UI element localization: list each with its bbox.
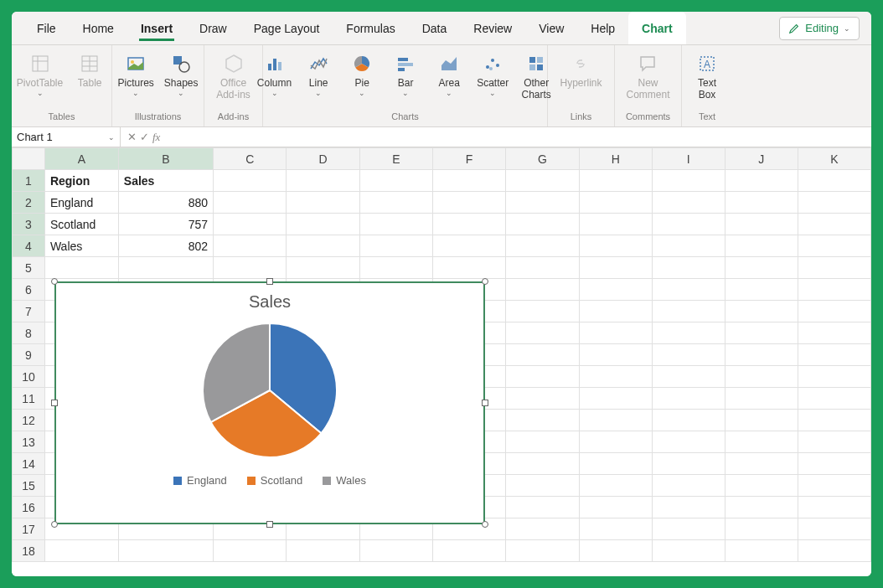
- cell[interactable]: [359, 235, 432, 257]
- cell[interactable]: [506, 410, 579, 431]
- cell[interactable]: [725, 366, 798, 388]
- cell[interactable]: [214, 214, 287, 235]
- pie-chart[interactable]: [55, 315, 484, 466]
- column-header[interactable]: B: [118, 148, 213, 170]
- chart-legend[interactable]: EnglandScotlandWales: [55, 466, 484, 487]
- cell[interactable]: [433, 192, 506, 214]
- cell[interactable]: [433, 540, 506, 562]
- cell[interactable]: [579, 410, 652, 431]
- tab-page-layout[interactable]: Page Layout: [240, 12, 333, 44]
- resize-handle[interactable]: [482, 521, 488, 528]
- cell[interactable]: [579, 388, 652, 410]
- cell[interactable]: Scotland: [44, 214, 118, 235]
- cell[interactable]: [506, 475, 579, 497]
- area-chart-button[interactable]: Area ⌄: [427, 49, 471, 101]
- cell[interactable]: Sales: [118, 170, 213, 192]
- cell[interactable]: [798, 497, 870, 518]
- cell[interactable]: [506, 301, 579, 322]
- cell[interactable]: [44, 257, 118, 279]
- cell[interactable]: [506, 192, 579, 214]
- cell[interactable]: [579, 257, 652, 279]
- cell[interactable]: [118, 257, 213, 279]
- pie-chart-button[interactable]: Pie ⌄: [340, 49, 384, 101]
- cell[interactable]: [652, 497, 725, 518]
- cell[interactable]: [652, 322, 725, 344]
- cell[interactable]: Region: [44, 170, 118, 192]
- column-header[interactable]: J: [725, 148, 798, 170]
- cell[interactable]: [652, 170, 725, 192]
- cell[interactable]: [798, 453, 870, 475]
- row-header[interactable]: 17: [13, 518, 45, 540]
- legend-item[interactable]: England: [173, 474, 227, 487]
- row-header[interactable]: 8: [13, 322, 45, 344]
- cell[interactable]: [287, 170, 359, 192]
- row-header[interactable]: 6: [13, 279, 45, 301]
- cell[interactable]: [652, 366, 725, 388]
- cell[interactable]: [118, 540, 213, 562]
- cell[interactable]: [359, 192, 432, 214]
- cell[interactable]: Wales: [44, 235, 118, 257]
- cell[interactable]: [725, 257, 798, 279]
- cell[interactable]: [579, 235, 652, 257]
- cell[interactable]: [725, 453, 798, 475]
- tab-formulas[interactable]: Formulas: [333, 12, 408, 44]
- resize-handle[interactable]: [51, 278, 58, 285]
- resize-handle[interactable]: [51, 521, 58, 528]
- cell[interactable]: [214, 257, 287, 279]
- hyperlink-button[interactable]: Hyperlink: [555, 49, 607, 92]
- cell[interactable]: [798, 257, 870, 279]
- resize-handle[interactable]: [266, 521, 273, 528]
- cell[interactable]: 757: [118, 214, 213, 235]
- column-header[interactable]: A: [44, 148, 118, 170]
- table-button[interactable]: Table: [68, 49, 111, 92]
- cell[interactable]: [652, 214, 725, 235]
- cell[interactable]: England: [44, 192, 118, 214]
- cell[interactable]: [652, 410, 725, 431]
- tab-data[interactable]: Data: [409, 12, 461, 44]
- row-header[interactable]: 18: [13, 540, 45, 562]
- new-comment-button[interactable]: New Comment: [621, 49, 674, 104]
- resize-handle[interactable]: [482, 278, 488, 285]
- column-header[interactable]: D: [287, 148, 359, 170]
- row-header[interactable]: 14: [13, 453, 45, 475]
- row-header[interactable]: 9: [13, 344, 45, 366]
- row-header[interactable]: 2: [13, 192, 45, 214]
- cell[interactable]: [798, 366, 870, 388]
- column-header[interactable]: G: [506, 148, 579, 170]
- row-header[interactable]: 13: [13, 431, 45, 453]
- tab-file[interactable]: File: [23, 12, 70, 44]
- shapes-button[interactable]: Shapes ⌄: [159, 49, 204, 101]
- cell[interactable]: [579, 192, 652, 214]
- pivottable-button[interactable]: PivotTable ⌄: [12, 49, 68, 101]
- cell[interactable]: [44, 540, 118, 562]
- cell[interactable]: [506, 431, 579, 453]
- cell[interactable]: [506, 518, 579, 540]
- tab-draw[interactable]: Draw: [186, 12, 240, 44]
- cell[interactable]: [725, 518, 798, 540]
- cell[interactable]: [798, 322, 870, 344]
- cell[interactable]: [652, 257, 725, 279]
- cell[interactable]: [798, 388, 870, 410]
- cell[interactable]: [433, 170, 506, 192]
- cell[interactable]: [287, 540, 359, 562]
- cell[interactable]: [506, 257, 579, 279]
- column-header[interactable]: H: [579, 148, 652, 170]
- cell[interactable]: [506, 214, 579, 235]
- cell[interactable]: [798, 475, 870, 497]
- cell[interactable]: [798, 344, 870, 366]
- cell[interactable]: [725, 344, 798, 366]
- cell[interactable]: [579, 475, 652, 497]
- cell[interactable]: [798, 214, 870, 235]
- tab-view[interactable]: View: [525, 12, 577, 44]
- legend-item[interactable]: Wales: [323, 474, 366, 487]
- cell[interactable]: [506, 388, 579, 410]
- line-chart-button[interactable]: Line ⌄: [297, 49, 340, 101]
- cell[interactable]: [579, 214, 652, 235]
- row-header[interactable]: 12: [13, 410, 45, 431]
- cell[interactable]: [725, 192, 798, 214]
- name-box[interactable]: Chart 1 ⌄: [12, 127, 121, 147]
- row-header[interactable]: 16: [13, 497, 45, 518]
- row-header[interactable]: 5: [13, 257, 45, 279]
- cell[interactable]: [214, 170, 287, 192]
- cell[interactable]: [798, 279, 870, 301]
